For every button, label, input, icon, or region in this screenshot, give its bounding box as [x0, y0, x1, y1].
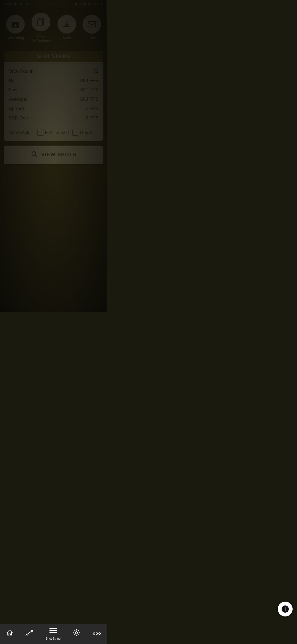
background-overlay — [0, 0, 107, 312]
